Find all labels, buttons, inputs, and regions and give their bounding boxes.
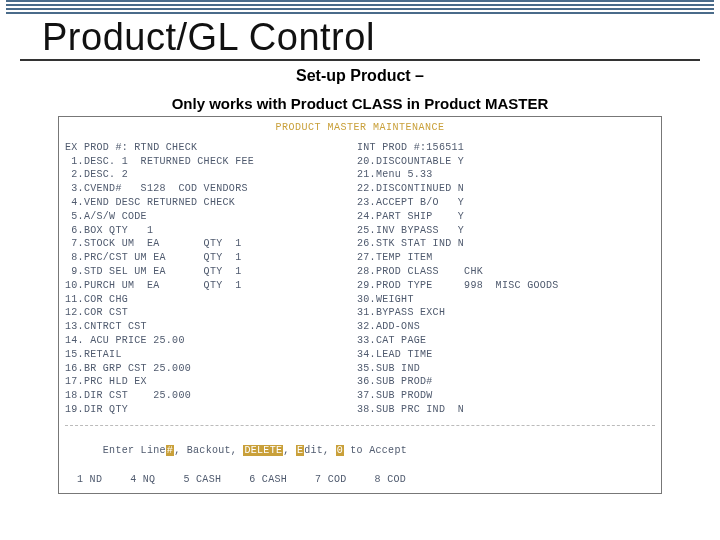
field-dir-qty: 19.DIR QTY — [65, 403, 335, 417]
field-menu: 21.Menu 5.33 — [357, 168, 637, 182]
field-sub-ind: 35.SUB IND — [357, 362, 637, 376]
field-sub-prodw: 37.SUB PRODW — [357, 389, 637, 403]
prompt-text: , — [283, 445, 296, 456]
field-prod-class: 28.PROD CLASS CHK — [357, 265, 637, 279]
field-weight: 30.WEIGHT — [357, 293, 637, 307]
field-prc-cst-um: 8.PRC/CST UM EA QTY 1 — [65, 251, 335, 265]
field-temp-item: 27.TEMP ITEM — [357, 251, 637, 265]
field-cvend: 3.CVEND# S128 COD VENDORS — [65, 182, 335, 196]
opt-7: 7 COD — [315, 473, 347, 487]
prompt-text: to Accept — [344, 445, 407, 456]
terminal-screenshot: PRODUCT MASTER MAINTENANCE EX PROD #: RT… — [58, 116, 662, 494]
field-cntrct-cst: 13.CNTRCT CST — [65, 320, 335, 334]
subtitle-line-2: Only works with Product CLASS in Product… — [0, 95, 720, 112]
field-box-qty: 6.BOX QTY 1 — [65, 224, 335, 238]
field-prod-type: 29.PROD TYPE 998 MISC GOODS — [357, 279, 637, 293]
prompt-text: dit, — [304, 445, 336, 456]
field-int-prod: INT PROD #:156511 — [357, 141, 637, 155]
prompt-text: Enter Line — [103, 445, 166, 456]
prompt-key-delete: DELETE — [243, 445, 283, 456]
prompt-key-line: # — [166, 445, 174, 456]
page-title: Product/GL Control — [20, 14, 700, 61]
field-cor-cst: 12.COR CST — [65, 306, 335, 320]
field-cat-page: 33.CAT PAGE — [357, 334, 637, 348]
field-purch-um: 10.PURCH UM EA QTY 1 — [65, 279, 335, 293]
field-br-grp-cst: 16.BR GRP CST 25.000 — [65, 362, 335, 376]
subtitle-line-1: Set-up Product – — [0, 67, 720, 85]
field-desc-2: 2.DESC. 2 — [65, 168, 335, 182]
field-stk-stat-ind: 26.STK STAT IND N — [357, 237, 637, 251]
terminal-left-column: EX PROD #: RTND CHECK 1.DESC. 1 RETURNED… — [65, 141, 335, 417]
prompt-key-accept: 0 — [336, 445, 344, 456]
field-bypass-exch: 31.BYPASS EXCH — [357, 306, 637, 320]
field-acu-price: 14. ACU PRICE 25.00 — [65, 334, 335, 348]
prompt-key-edit: E — [296, 445, 304, 456]
field-stock-um: 7.STOCK UM EA QTY 1 — [65, 237, 335, 251]
decorative-rule — [6, 0, 714, 14]
field-part-ship: 24.PART SHIP Y — [357, 210, 637, 224]
field-ex-prod: EX PROD #: RTND CHECK — [65, 141, 335, 155]
terminal-header: PRODUCT MASTER MAINTENANCE — [65, 121, 655, 135]
opt-5: 5 CASH — [183, 473, 221, 487]
terminal-footer: Enter Line#, Backout, DELETE, Edit, 0 to… — [65, 425, 655, 487]
field-discountable: 20.DISCOUNTABLE Y — [357, 155, 637, 169]
field-lead-time: 34.LEAD TIME — [357, 348, 637, 362]
opt-8: 8 COD — [375, 473, 407, 487]
field-sub-prc-ind: 38.SUB PRC IND N — [357, 403, 637, 417]
field-cor-chg: 11.COR CHG — [65, 293, 335, 307]
field-accept-bo: 23.ACCEPT B/O Y — [357, 196, 637, 210]
field-desc-1: 1.DESC. 1 RETURNED CHECK FEE — [65, 155, 335, 169]
field-prc-hld-ex: 17.PRC HLD EX — [65, 375, 335, 389]
opt-1: 1 ND — [77, 473, 102, 487]
field-dir-cst: 18.DIR CST 25.000 — [65, 389, 335, 403]
terminal-options-row: 1 ND 4 NQ 5 CASH 6 CASH 7 COD 8 COD — [65, 473, 655, 487]
field-discontinued: 22.DISCONTINUED N — [357, 182, 637, 196]
field-add-ons: 32.ADD-ONS — [357, 320, 637, 334]
field-vend-desc: 4.VEND DESC RETURNED CHECK — [65, 196, 335, 210]
terminal-right-column: INT PROD #:156511 20.DISCOUNTABLE Y 21.M… — [357, 141, 637, 417]
prompt-text: , Backout, — [174, 445, 243, 456]
field-retail: 15.RETAIL — [65, 348, 335, 362]
opt-6: 6 CASH — [249, 473, 287, 487]
terminal-prompt: Enter Line#, Backout, DELETE, Edit, 0 to… — [65, 430, 655, 471]
opt-4: 4 NQ — [130, 473, 155, 487]
field-std-sel-um: 9.STD SEL UM EA QTY 1 — [65, 265, 335, 279]
field-asw-code: 5.A/S/W CODE — [65, 210, 335, 224]
field-inv-bypass: 25.INV BYPASS Y — [357, 224, 637, 238]
field-sub-prod: 36.SUB PROD# — [357, 375, 637, 389]
